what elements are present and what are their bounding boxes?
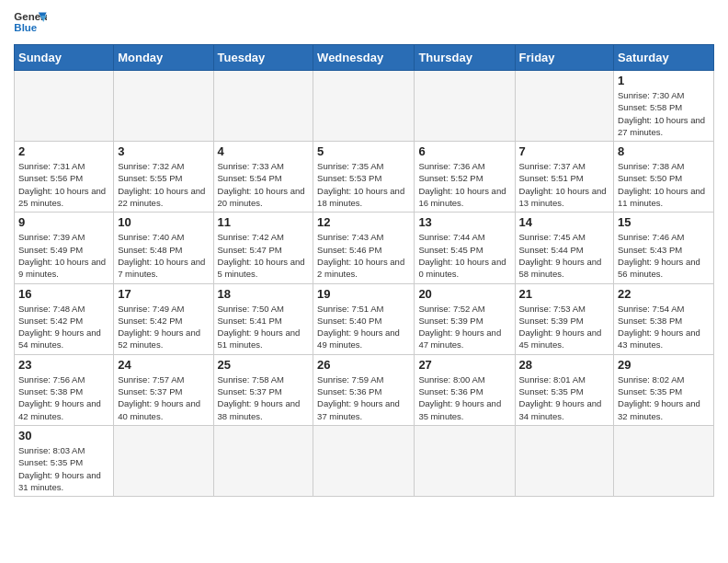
day-number: 13: [418, 215, 510, 229]
weekday-header-wednesday: Wednesday: [313, 45, 415, 71]
calendar-cell: 20Sunrise: 7:52 AM Sunset: 5:39 PM Dayli…: [415, 283, 515, 354]
day-number: 1: [618, 74, 710, 87]
calendar: SundayMondayTuesdayWednesdayThursdayFrid…: [14, 44, 714, 497]
day-number: 15: [618, 215, 710, 229]
day-info: Sunrise: 7:57 AM Sunset: 5:37 PM Dayligh…: [118, 373, 209, 422]
calendar-cell: 24Sunrise: 7:57 AM Sunset: 5:37 PM Dayli…: [114, 354, 213, 425]
calendar-cell: 7Sunrise: 7:37 AM Sunset: 5:51 PM Daylig…: [515, 142, 614, 213]
calendar-cell: 27Sunrise: 8:00 AM Sunset: 5:36 PM Dayli…: [415, 354, 515, 425]
calendar-cell: 22Sunrise: 7:54 AM Sunset: 5:38 PM Dayli…: [614, 283, 714, 354]
calendar-cell: [114, 71, 213, 142]
day-info: Sunrise: 7:35 AM Sunset: 5:53 PM Dayligh…: [317, 160, 410, 209]
calendar-cell: [515, 425, 614, 496]
day-info: Sunrise: 8:02 AM Sunset: 5:35 PM Dayligh…: [618, 373, 710, 422]
page-container: General Blue SundayMondayTuesdayWednesda…: [0, 0, 728, 511]
week-row-2: 9Sunrise: 7:39 AM Sunset: 5:49 PM Daylig…: [15, 213, 714, 283]
calendar-cell: 5Sunrise: 7:35 AM Sunset: 5:53 PM Daylig…: [313, 142, 415, 213]
day-info: Sunrise: 7:46 AM Sunset: 5:43 PM Dayligh…: [618, 231, 710, 280]
day-number: 27: [418, 358, 510, 372]
day-info: Sunrise: 7:54 AM Sunset: 5:38 PM Dayligh…: [618, 303, 710, 351]
day-info: Sunrise: 7:52 AM Sunset: 5:39 PM Dayligh…: [418, 303, 510, 351]
weekday-header-monday: Monday: [114, 45, 213, 71]
day-info: Sunrise: 7:44 AM Sunset: 5:45 PM Dayligh…: [418, 231, 510, 280]
calendar-cell: 11Sunrise: 7:42 AM Sunset: 5:47 PM Dayli…: [213, 213, 313, 283]
calendar-cell: [114, 425, 213, 496]
day-info: Sunrise: 8:01 AM Sunset: 5:35 PM Dayligh…: [519, 373, 610, 422]
calendar-cell: [415, 71, 515, 142]
calendar-cell: [213, 425, 313, 496]
week-row-3: 16Sunrise: 7:48 AM Sunset: 5:42 PM Dayli…: [15, 283, 714, 354]
day-number: 21: [519, 287, 610, 301]
day-number: 3: [118, 144, 209, 158]
day-info: Sunrise: 7:53 AM Sunset: 5:39 PM Dayligh…: [519, 303, 610, 351]
day-number: 11: [218, 215, 310, 229]
calendar-cell: 23Sunrise: 7:56 AM Sunset: 5:38 PM Dayli…: [15, 354, 114, 425]
weekday-header-row: SundayMondayTuesdayWednesdayThursdayFrid…: [15, 45, 714, 71]
calendar-cell: 16Sunrise: 7:48 AM Sunset: 5:42 PM Dayli…: [15, 283, 114, 354]
day-number: 20: [418, 287, 510, 301]
calendar-cell: 10Sunrise: 7:40 AM Sunset: 5:48 PM Dayli…: [114, 213, 213, 283]
calendar-cell: [614, 425, 714, 496]
day-number: 5: [317, 144, 410, 158]
day-info: Sunrise: 7:48 AM Sunset: 5:42 PM Dayligh…: [18, 303, 109, 351]
day-info: Sunrise: 7:33 AM Sunset: 5:54 PM Dayligh…: [218, 160, 310, 209]
day-number: 8: [618, 144, 710, 158]
calendar-cell: 4Sunrise: 7:33 AM Sunset: 5:54 PM Daylig…: [213, 142, 313, 213]
day-number: 22: [618, 287, 710, 301]
day-info: Sunrise: 7:58 AM Sunset: 5:37 PM Dayligh…: [218, 373, 310, 422]
day-number: 19: [317, 287, 410, 301]
day-info: Sunrise: 7:32 AM Sunset: 5:55 PM Dayligh…: [118, 160, 209, 209]
day-info: Sunrise: 7:59 AM Sunset: 5:36 PM Dayligh…: [317, 373, 410, 422]
day-number: 4: [218, 144, 310, 158]
calendar-cell: [313, 71, 415, 142]
calendar-cell: 12Sunrise: 7:43 AM Sunset: 5:46 PM Dayli…: [313, 213, 415, 283]
weekday-header-saturday: Saturday: [614, 45, 714, 71]
calendar-cell: 8Sunrise: 7:38 AM Sunset: 5:50 PM Daylig…: [614, 142, 714, 213]
calendar-cell: 3Sunrise: 7:32 AM Sunset: 5:55 PM Daylig…: [114, 142, 213, 213]
calendar-cell: 13Sunrise: 7:44 AM Sunset: 5:45 PM Dayli…: [415, 213, 515, 283]
calendar-cell: 2Sunrise: 7:31 AM Sunset: 5:56 PM Daylig…: [15, 142, 114, 213]
day-info: Sunrise: 7:40 AM Sunset: 5:48 PM Dayligh…: [118, 231, 209, 280]
day-number: 7: [519, 144, 610, 158]
calendar-cell: 9Sunrise: 7:39 AM Sunset: 5:49 PM Daylig…: [15, 213, 114, 283]
day-info: Sunrise: 8:03 AM Sunset: 5:35 PM Dayligh…: [18, 444, 109, 493]
calendar-cell: 19Sunrise: 7:51 AM Sunset: 5:40 PM Dayli…: [313, 283, 415, 354]
day-number: 29: [618, 358, 710, 372]
calendar-cell: 30Sunrise: 8:03 AM Sunset: 5:35 PM Dayli…: [15, 425, 114, 496]
day-info: Sunrise: 8:00 AM Sunset: 5:36 PM Dayligh…: [418, 373, 510, 422]
day-number: 14: [519, 215, 610, 229]
svg-text:Blue: Blue: [14, 22, 37, 33]
day-info: Sunrise: 7:30 AM Sunset: 5:58 PM Dayligh…: [618, 89, 710, 138]
calendar-cell: 29Sunrise: 8:02 AM Sunset: 5:35 PM Dayli…: [614, 354, 714, 425]
weekday-header-friday: Friday: [515, 45, 614, 71]
calendar-cell: 25Sunrise: 7:58 AM Sunset: 5:37 PM Dayli…: [213, 354, 313, 425]
day-number: 25: [218, 358, 310, 372]
logo-icon: General Blue: [14, 9, 47, 37]
day-info: Sunrise: 7:50 AM Sunset: 5:41 PM Dayligh…: [218, 303, 310, 351]
weekday-header-thursday: Thursday: [415, 45, 515, 71]
day-info: Sunrise: 7:43 AM Sunset: 5:46 PM Dayligh…: [317, 231, 410, 280]
day-info: Sunrise: 7:56 AM Sunset: 5:38 PM Dayligh…: [18, 373, 109, 422]
calendar-cell: 1Sunrise: 7:30 AM Sunset: 5:58 PM Daylig…: [614, 71, 714, 142]
week-row-5: 30Sunrise: 8:03 AM Sunset: 5:35 PM Dayli…: [15, 425, 714, 496]
week-row-0: 1Sunrise: 7:30 AM Sunset: 5:58 PM Daylig…: [15, 71, 714, 142]
calendar-cell: [213, 71, 313, 142]
calendar-cell: 21Sunrise: 7:53 AM Sunset: 5:39 PM Dayli…: [515, 283, 614, 354]
calendar-cell: 6Sunrise: 7:36 AM Sunset: 5:52 PM Daylig…: [415, 142, 515, 213]
day-info: Sunrise: 7:42 AM Sunset: 5:47 PM Dayligh…: [218, 231, 310, 280]
calendar-cell: 14Sunrise: 7:45 AM Sunset: 5:44 PM Dayli…: [515, 213, 614, 283]
header: General Blue: [14, 9, 714, 37]
week-row-1: 2Sunrise: 7:31 AM Sunset: 5:56 PM Daylig…: [15, 142, 714, 213]
day-number: 12: [317, 215, 410, 229]
day-info: Sunrise: 7:37 AM Sunset: 5:51 PM Dayligh…: [519, 160, 610, 209]
day-number: 26: [317, 358, 410, 372]
calendar-cell: [313, 425, 415, 496]
weekday-header-tuesday: Tuesday: [213, 45, 313, 71]
day-number: 28: [519, 358, 610, 372]
day-number: 9: [18, 215, 109, 229]
day-number: 23: [18, 358, 109, 372]
day-number: 17: [118, 287, 209, 301]
calendar-cell: [415, 425, 515, 496]
day-number: 6: [418, 144, 510, 158]
day-number: 24: [118, 358, 209, 372]
